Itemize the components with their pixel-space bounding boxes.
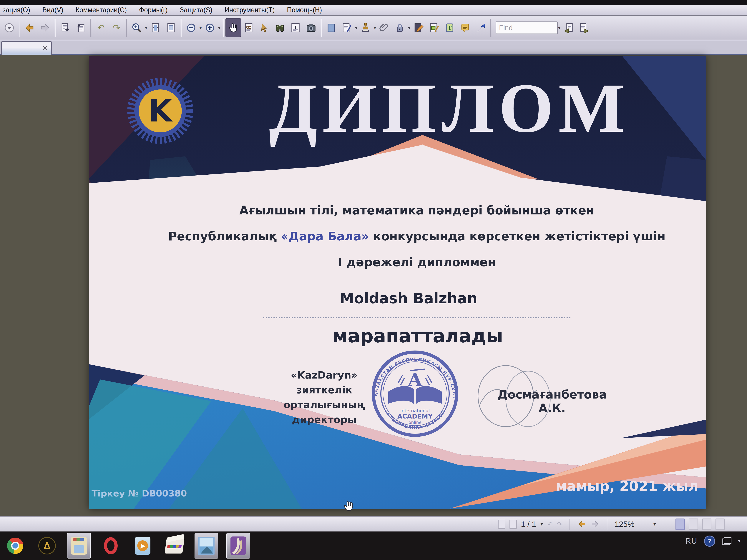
toolbar-separator [19,19,20,37]
typewriter-icon: T [444,22,455,33]
menu-protect[interactable]: Защита(S) [180,6,212,14]
taskbar-file-manager[interactable] [67,533,91,559]
redo-button[interactable]: ↷ [109,18,124,37]
taskbar-image-viewer[interactable] [195,533,218,559]
menu-bar: зация(O) Вид(V) Комментарии(C) Формы(r) … [0,5,747,16]
redo-icon: ↷ [113,23,120,32]
zoom-dropdown-arrow[interactable]: ▾ [145,25,147,31]
issue-date: мамыр, 2021 жыл [556,478,698,494]
taskbar-scanner[interactable] [163,533,186,559]
edit-form-button[interactable] [426,18,442,37]
back-button[interactable] [22,18,37,37]
previous-view-button[interactable] [577,519,586,529]
hand-tool-icon [228,22,239,33]
find-tool-button[interactable] [272,18,288,37]
page-indicator[interactable]: 1 / 1 [521,520,536,529]
find-dropdown-arrow[interactable]: ▾ [558,25,561,31]
protect-button[interactable] [392,18,408,37]
sign-document-button[interactable] [339,18,355,37]
document-pen-icon [341,22,352,33]
tab-bar: ✕ [0,41,747,55]
sign-dropdown-arrow[interactable]: ▾ [355,25,357,31]
close-tab-icon[interactable]: ✕ [42,45,48,52]
form-edit-icon [429,22,440,33]
toolbar-menu-button[interactable] [1,18,17,37]
taskbar-chrome[interactable] [3,533,27,559]
fit-width-button[interactable] [148,18,163,37]
taskbar-aimp[interactable]: Δ [35,533,59,559]
select-tool-button[interactable] [257,18,272,37]
chrome-icon [7,538,23,554]
aimp-icon: Δ [38,537,56,555]
zoom-level[interactable]: 125% [615,520,635,529]
rotate-left-icon[interactable]: ↶ [547,521,553,527]
magnifier-plus-icon [131,22,142,33]
marquee-zoom-button[interactable] [129,18,145,37]
toolbar-separator [321,19,321,37]
taskbar-opera[interactable] [99,533,123,559]
menu-forms[interactable]: Формы(r) [139,6,168,14]
stamp-button[interactable] [358,18,373,37]
menu-organize[interactable]: зация(O) [3,6,30,14]
single-page-view-button[interactable] [675,518,685,530]
menu-help[interactable]: Помощь(H) [287,6,322,14]
display-tray-icon[interactable] [722,537,731,545]
foxit-reader-icon [230,536,246,555]
page-display-button[interactable] [324,18,339,37]
read-mode-button[interactable] [241,18,257,37]
fit-page-button[interactable] [163,18,179,37]
tray-expand-arrow[interactable]: ▾ [738,538,740,544]
protect-dropdown-arrow[interactable]: ▾ [408,25,410,31]
zoom-dropdown-arrow[interactable]: ▾ [653,521,656,527]
prev-view-button[interactable] [57,18,73,37]
taskbar-media-player[interactable]: ▶ [131,533,155,559]
next-view-button[interactable] [73,18,88,37]
next-view-button[interactable] [590,519,599,529]
share-button[interactable] [473,18,489,37]
continuous-view-button[interactable] [689,518,698,530]
facing-view-button[interactable] [702,518,712,530]
issuer-block: «KazDaryn» зияткелік орталығының директо… [259,368,389,427]
award-word: марапатталады [89,325,706,347]
document-tab[interactable]: ✕ [1,41,52,55]
academy-stamp: ҚАЗАҚСТАН РЕСПУБЛИКАСЫ НҰР-СҰЛТАН ҚАЛАСЫ… [370,349,460,438]
first-page-icon[interactable] [498,519,506,529]
undo-button[interactable]: ↶ [93,18,109,37]
zoom-out-button[interactable] [183,18,199,37]
status-bar: 1 / 1 ▾ ↶ ↷ 125% ▾ [0,516,747,532]
stamp-dropdown-arrow[interactable]: ▾ [374,25,376,31]
zoom-in-button[interactable] [202,18,218,37]
statusbar-separator [607,519,607,530]
zoom-out-icon [186,22,197,33]
undo-icon: ↶ [97,23,105,32]
snapshot-button[interactable] [303,18,319,37]
hand-tool-button[interactable] [226,18,241,37]
pencil-edit-icon [413,22,424,33]
taskbar-foxit-reader[interactable] [226,533,250,559]
rotate-right-icon[interactable]: ↷ [557,521,562,527]
zoom-in-dropdown-arrow[interactable]: ▾ [218,25,221,31]
help-tray-icon[interactable]: ? [704,536,715,547]
toolbar-separator [126,19,127,37]
zoom-out-dropdown-arrow[interactable]: ▾ [199,25,202,31]
find-previous-button[interactable] [561,18,576,37]
menu-tools[interactable]: Инструменты(T) [225,6,275,14]
blue-page-icon [326,22,337,33]
page-dropdown-arrow[interactable]: ▾ [540,521,543,527]
diploma-page: K ДИПЛОМ Ағылшын тілі, математика пәндер… [89,56,706,509]
language-indicator[interactable]: RU [685,537,697,545]
find-input[interactable] [496,22,558,34]
select-text-button[interactable]: T [288,18,303,37]
menu-view[interactable]: Вид(V) [43,6,63,14]
toolbar-separator [91,19,91,37]
attach-file-button[interactable] [377,18,392,37]
document-workspace[interactable]: K ДИПЛОМ Ағылшын тілі, математика пәндер… [0,55,747,516]
menu-comments[interactable]: Комментарии(C) [76,6,127,14]
forward-button[interactable] [37,18,53,37]
typewriter-button[interactable]: T [442,18,458,37]
last-page-icon[interactable] [510,519,517,529]
continuous-facing-view-button[interactable] [716,518,725,530]
highlight-button[interactable] [411,18,426,37]
find-next-button[interactable] [576,18,592,37]
note-comment-button[interactable] [458,18,473,37]
